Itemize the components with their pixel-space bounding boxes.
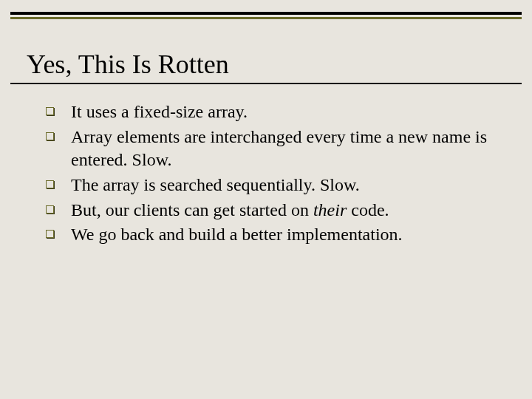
- bullet-text: But, our clients can get started on thei…: [71, 200, 389, 219]
- slide: Yes, This Is Rotten It uses a fixed-size…: [0, 0, 532, 399]
- square-bullet-icon: [46, 180, 54, 188]
- slide-body: It uses a fixed-size array. Array elemen…: [46, 100, 502, 247]
- bullet-text: Array elements are interchanged every ti…: [71, 127, 487, 170]
- bullet-list: It uses a fixed-size array. Array elemen…: [46, 100, 502, 247]
- bullet-text: The array is searched sequentially. Slow…: [71, 175, 360, 194]
- top-rule: [10, 12, 522, 19]
- list-item: Array elements are interchanged every ti…: [46, 126, 502, 172]
- rule-olive: [10, 17, 522, 19]
- bullet-text: We go back and build a better implementa…: [71, 225, 403, 244]
- slide-title: Yes, This Is Rotten: [27, 49, 508, 80]
- list-item: The array is searched sequentially. Slow…: [46, 174, 502, 197]
- square-bullet-icon: [46, 205, 54, 214]
- list-item: But, our clients can get started on thei…: [46, 199, 502, 222]
- list-item: It uses a fixed-size array.: [46, 100, 502, 124]
- square-bullet-icon: [46, 107, 54, 115]
- square-bullet-icon: [46, 230, 54, 238]
- title-underline: [10, 83, 522, 84]
- square-bullet-icon: [46, 132, 54, 140]
- list-item: We go back and build a better implementa…: [46, 223, 502, 247]
- bullet-text: It uses a fixed-size array.: [71, 102, 248, 121]
